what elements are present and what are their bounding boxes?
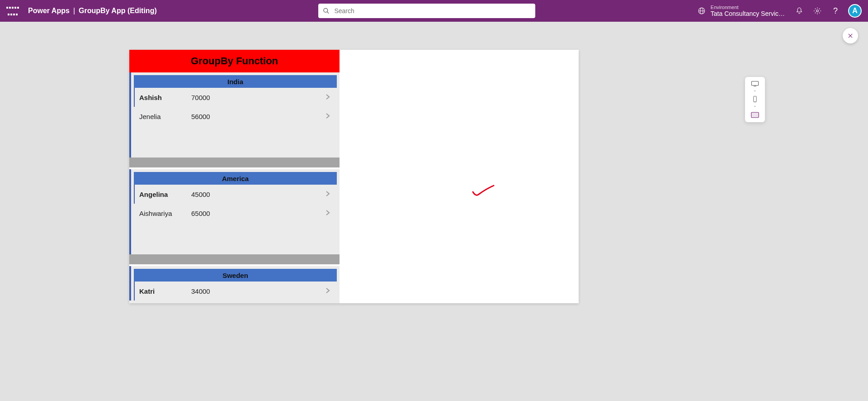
country-header: India <box>134 75 337 88</box>
title-divider: | <box>73 7 75 15</box>
list-item[interactable]: Katri 34000 <box>134 282 337 301</box>
svg-point-5 <box>816 10 819 12</box>
svg-rect-12 <box>751 112 759 117</box>
mobile-preview-button[interactable]: ⌄ <box>745 96 765 108</box>
svg-line-1 <box>327 12 329 14</box>
tablet-preview-button[interactable] <box>745 111 765 119</box>
search-input[interactable] <box>334 7 531 14</box>
close-preview-button[interactable] <box>843 28 858 43</box>
app-banner: GroupBy Function <box>129 50 340 72</box>
svg-rect-10 <box>754 96 756 102</box>
environment-name: Tata Consultancy Servic… <box>711 10 785 17</box>
desktop-preview-button[interactable]: ⌄ <box>745 81 765 92</box>
list-item[interactable]: Angelina 45000 <box>134 185 337 204</box>
search-box[interactable] <box>318 4 535 18</box>
country-block: America Angelina 45000 Aishwariya 65000 <box>129 167 340 264</box>
app-shell: GroupBy Function India Ashish 70000 Jene… <box>129 50 340 303</box>
list-item[interactable]: Ashish 70000 <box>134 88 337 107</box>
list-item[interactable]: Aishwariya 65000 <box>134 204 337 223</box>
globe-icon <box>697 6 706 15</box>
person-name: Jenelia <box>139 113 191 120</box>
notifications-button[interactable] <box>790 2 808 20</box>
list-item[interactable]: Jenelia 56000 <box>134 107 337 126</box>
chevron-down-icon: ⌄ <box>753 103 757 108</box>
help-button[interactable]: ? <box>826 2 844 20</box>
person-name: Aishwariya <box>139 210 191 217</box>
person-value: 45000 <box>191 191 210 198</box>
person-value: 70000 <box>191 94 210 101</box>
svg-rect-8 <box>752 81 759 86</box>
chevron-right-icon <box>325 190 330 198</box>
top-bar: Power Apps | GroupBy App (Editing) Envir… <box>0 0 868 22</box>
product-name: Power Apps <box>28 7 70 15</box>
person-value: 34000 <box>191 287 210 295</box>
group-list[interactable]: India Ashish 70000 Jenelia 56000 <box>129 72 340 303</box>
country-header: Sweden <box>134 269 337 282</box>
chevron-right-icon <box>325 287 330 295</box>
search-icon <box>323 7 330 14</box>
person-name: Katri <box>139 287 191 295</box>
chevron-right-icon <box>325 93 330 101</box>
country-header: America <box>134 172 337 185</box>
ink-annotation-checkmark <box>472 185 495 200</box>
country-block: India Ashish 70000 Jenelia 56000 <box>129 72 340 167</box>
chevron-right-icon <box>325 209 330 217</box>
settings-button[interactable] <box>808 2 826 20</box>
app-title: GroupBy App (Editing) <box>79 7 157 15</box>
preview-canvas: GroupBy Function India Ashish 70000 Jene… <box>129 50 579 303</box>
environment-selector[interactable]: Environment Tata Consultancy Servic… <box>697 5 785 17</box>
device-preview-panel: ⌄ ⌄ <box>745 77 765 122</box>
person-value: 56000 <box>191 113 210 120</box>
person-name: Ashish <box>139 94 191 101</box>
environment-label: Environment <box>711 5 785 10</box>
country-block: Sweden Katri 34000 <box>129 264 340 301</box>
person-name: Angelina <box>139 191 191 198</box>
svg-point-0 <box>324 8 328 12</box>
chevron-down-icon: ⌄ <box>753 88 757 92</box>
waffle-menu-icon[interactable] <box>6 5 19 17</box>
user-avatar[interactable]: A <box>848 4 862 18</box>
person-value: 65000 <box>191 210 210 217</box>
chevron-right-icon <box>325 112 330 120</box>
